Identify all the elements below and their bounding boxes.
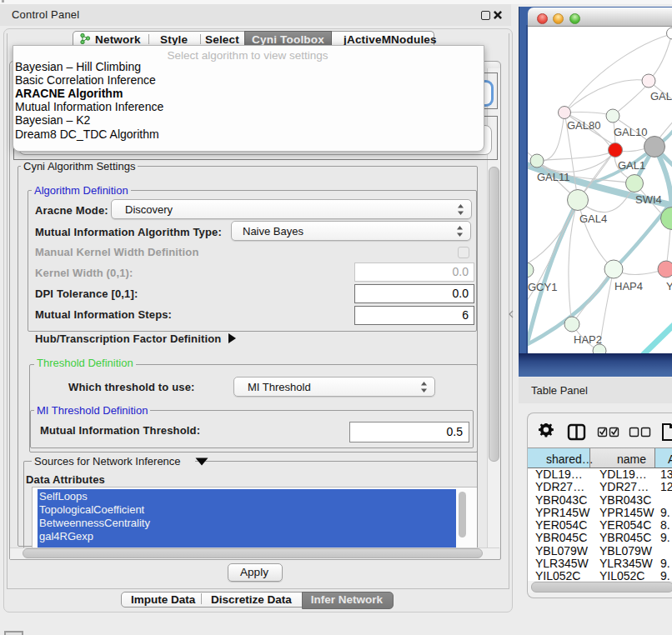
svg-text:GAL11: GAL11 <box>537 171 570 183</box>
svg-text:GCY1: GCY1 <box>528 281 557 293</box>
svg-text:GAL1: GAL1 <box>618 159 645 172</box>
svg-text:HAP2: HAP2 <box>574 333 602 346</box>
svg-text:Y: Y <box>666 280 672 292</box>
svg-text:GAL10: GAL10 <box>614 126 647 138</box>
svg-text:GAL4: GAL4 <box>579 212 607 225</box>
svg-text:HAP4: HAP4 <box>614 280 643 292</box>
svg-text:GAL80: GAL80 <box>567 119 600 132</box>
svg-text:GAL7: GAL7 <box>650 90 672 102</box>
svg-text:SWI4: SWI4 <box>635 193 662 206</box>
